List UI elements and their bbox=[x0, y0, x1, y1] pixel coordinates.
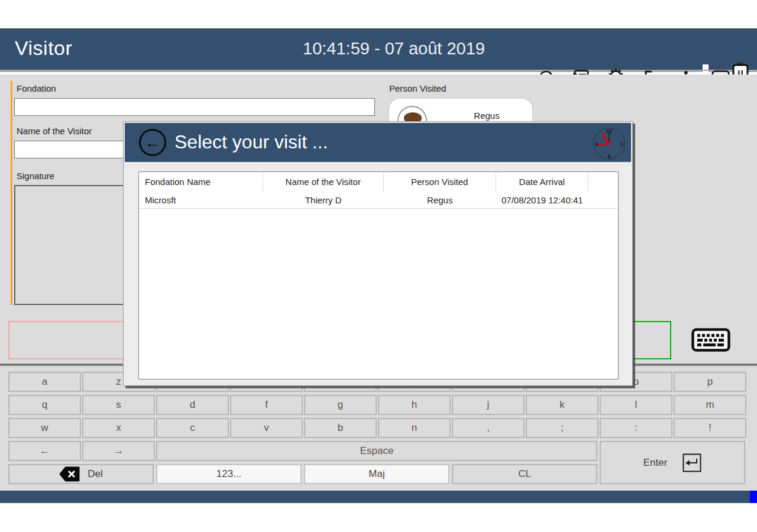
show-keyboard-button[interactable] bbox=[691, 328, 730, 352]
key-n[interactable]: n bbox=[378, 418, 451, 438]
key-a[interactable]: a bbox=[8, 372, 81, 392]
column-header-1: Name of the Visitor bbox=[263, 172, 384, 192]
clock-icon: 12 3 6 9 bbox=[592, 126, 626, 161]
column-header-0: Fondation Name bbox=[139, 172, 263, 192]
key-g[interactable]: g bbox=[304, 395, 377, 415]
key-d[interactable]: d bbox=[156, 395, 229, 415]
row-cell-1: Thierry D bbox=[263, 192, 384, 208]
visitor-name-label: Name of the Visitor bbox=[17, 126, 92, 136]
person-name: Regus bbox=[454, 111, 519, 121]
key-space[interactable]: Espace bbox=[156, 441, 597, 461]
row-cell-2: Regus bbox=[384, 192, 496, 208]
row-cell-4 bbox=[588, 192, 618, 208]
key-arrow-left[interactable]: ← bbox=[8, 441, 81, 461]
key-q[interactable]: q bbox=[8, 395, 81, 415]
fondation-label: Fondation bbox=[17, 83, 56, 93]
visitor-accent-bar bbox=[11, 124, 12, 171]
key-enter-label: Enter bbox=[643, 457, 668, 469]
signature-accent-bar bbox=[11, 168, 12, 305]
key-b[interactable]: b bbox=[304, 418, 377, 438]
visit-table-row[interactable]: MicrosftThierry DRegus07/08/2019 12:40:4… bbox=[139, 192, 618, 209]
back-arrow-icon: ← bbox=[145, 135, 160, 150]
key-arrow-right[interactable]: → bbox=[82, 441, 155, 461]
key-comma[interactable]: , bbox=[452, 418, 525, 438]
key-v[interactable]: v bbox=[230, 418, 303, 438]
page-title: Visitor bbox=[15, 37, 72, 60]
column-header-3: Date Arrival bbox=[496, 172, 589, 192]
bottom-accent-square bbox=[750, 491, 757, 503]
column-header-2: Person Visited bbox=[384, 172, 496, 192]
key-k[interactable]: k bbox=[526, 395, 599, 415]
back-button[interactable]: ← bbox=[139, 129, 166, 156]
key-x[interactable]: x bbox=[82, 418, 155, 438]
key-h[interactable]: h bbox=[378, 395, 451, 415]
key-maj[interactable]: Maj bbox=[304, 464, 449, 484]
key-semicolon[interactable]: ; bbox=[526, 418, 599, 438]
bottom-bar bbox=[0, 491, 757, 503]
key-l[interactable]: l bbox=[600, 395, 672, 415]
key-j[interactable]: j bbox=[452, 395, 525, 415]
fondation-input[interactable] bbox=[14, 98, 375, 116]
visitor-kiosk-page: Visitor 10:41:59 - 07 août 2019 ⚙ i bbox=[0, 0, 757, 532]
enter-return-icon bbox=[682, 453, 701, 472]
backspace-icon bbox=[59, 466, 80, 482]
key-p[interactable]: p bbox=[674, 372, 746, 392]
datetime-display: 10:41:59 - 07 août 2019 bbox=[303, 39, 485, 59]
modal-header: ← Select your visit ... 12 3 6 9 bbox=[125, 123, 631, 162]
key-s[interactable]: s bbox=[82, 395, 155, 415]
top-header-bar: Visitor 10:41:59 - 07 août 2019 ⚙ i bbox=[0, 28, 757, 72]
key-enter[interactable]: Enter bbox=[600, 441, 745, 484]
key-m[interactable]: m bbox=[674, 395, 746, 415]
status-square-0 bbox=[703, 64, 709, 70]
key-w[interactable]: w bbox=[8, 418, 81, 438]
key-123[interactable]: 123... bbox=[156, 464, 302, 484]
key-colon[interactable]: : bbox=[600, 418, 672, 438]
key-exclamation[interactable]: ! bbox=[674, 418, 746, 438]
visit-list: Fondation NameName of the VisitorPerson … bbox=[138, 171, 619, 379]
keyboard-icon bbox=[691, 328, 730, 352]
select-visit-modal: ← Select your visit ... 12 3 6 9 Fondati… bbox=[123, 121, 633, 386]
key-del[interactable]: Del bbox=[8, 464, 154, 484]
key-del-label: Del bbox=[88, 468, 103, 480]
column-header-4 bbox=[588, 172, 618, 192]
person-visited-label: Person Visited bbox=[389, 83, 446, 93]
visit-table-header: Fondation NameName of the VisitorPerson … bbox=[139, 172, 618, 192]
modal-title: Select your visit ... bbox=[174, 131, 328, 153]
key-c[interactable]: c bbox=[156, 418, 229, 438]
key-f[interactable]: f bbox=[230, 395, 303, 415]
fondation-accent-bar bbox=[11, 81, 12, 128]
key-cl[interactable]: CL bbox=[452, 464, 597, 484]
row-cell-3: 07/08/2019 12:40:41 bbox=[496, 192, 589, 208]
svg-text:6: 6 bbox=[607, 154, 610, 160]
svg-text:9: 9 bbox=[595, 141, 598, 147]
row-cell-0: Microsft bbox=[139, 192, 263, 208]
signature-label: Signature bbox=[17, 171, 54, 181]
svg-text:3: 3 bbox=[620, 141, 623, 147]
